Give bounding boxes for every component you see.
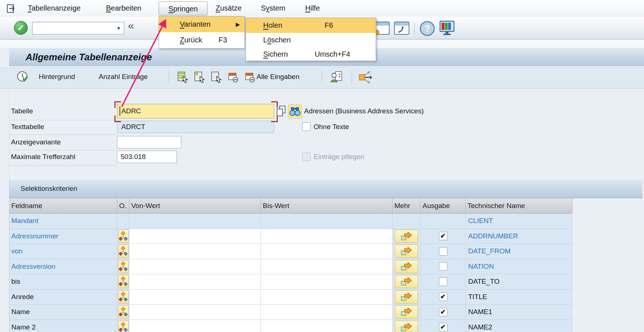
selection-options-button[interactable] [118,260,129,273]
alle-eingaben-button[interactable]: Alle Eingaben [257,66,299,87]
customize-layout-icon[interactable] [439,20,455,36]
choose-fields-icon[interactable] [177,71,189,83]
multiple-selection-button[interactable] [395,260,418,273]
menu-bar: Tabellenanzeige Bearbeiten Springen Zusä… [0,0,644,17]
menu-item-holen[interactable]: Holen F6 [246,18,376,33]
menu-item-varianten[interactable]: Varianten ▶ [159,16,245,32]
option-cell [117,214,129,229]
selection-options-icon [118,246,128,257]
mehr-cell [393,274,421,290]
multiple-selection-icon [400,262,413,271]
bis-wert-input[interactable] [261,320,393,332]
selection-options-button[interactable] [118,245,129,258]
ausgabe-checkbox[interactable] [439,278,447,286]
command-field[interactable]: ▼ [32,22,124,34]
multiple-selection-button[interactable] [395,321,418,332]
von-wert-input[interactable] [129,244,261,259]
create-shortcut-icon[interactable] [393,20,410,36]
bis-wert-input[interactable] [261,259,393,275]
option-cell [117,305,129,320]
von-wert-input[interactable] [129,320,261,332]
selection-options-button[interactable] [118,230,129,243]
delete-all-entries-icon[interactable] [245,71,256,83]
field-name-label: Mandant [10,217,38,225]
menu-springen[interactable]: Springen [159,1,208,15]
max-trefferzahl-input[interactable]: 503.018 [117,151,177,163]
selection-options-button[interactable] [118,321,129,332]
choose-field-icon[interactable] [194,71,205,83]
anzeigevariante-input[interactable] [117,136,181,148]
selection-options-icon [118,306,128,317]
von-wert-input[interactable] [129,305,261,320]
header-mehr: Mehr [393,198,421,214]
ausgabe-cell: ✔ [421,290,466,305]
menu-item-zurueck[interactable]: Zurück F3 [159,32,245,48]
toolbar-separator [414,23,415,34]
texttabelle-input[interactable]: ADRCT [117,121,274,133]
selection-options-icon [118,291,128,302]
execute-icon[interactable] [16,70,29,83]
von-wert-input[interactable] [129,259,261,275]
menu-tabellenanzeige[interactable]: Tabellenanzeige [28,0,81,16]
binoculars-icon [288,105,302,118]
ausgabe-checkbox[interactable] [439,262,447,271]
technical-name-cell: ADDRNUMBER [466,229,572,244]
multiple-selection-button[interactable] [395,230,418,243]
multiple-selection-button[interactable] [395,245,418,258]
choose-all-icon[interactable] [211,71,222,83]
menu-functions-icon[interactable] [6,3,17,14]
mehr-cell [393,320,421,332]
focus-bracket [114,101,121,108]
field-name-cell: Mandant [10,214,117,229]
ohne-texte-checkbox[interactable] [302,122,311,131]
enter-button[interactable]: ✓ [14,21,28,35]
von-wert-input[interactable] [129,229,261,244]
technical-name-label: TITLE [466,293,487,301]
mehr-cell [393,214,421,229]
technical-name-label: DATE_FROM [466,247,511,255]
ausgabe-checkbox[interactable]: ✔ [439,323,447,331]
ausgabe-checkbox[interactable]: ✔ [439,308,447,316]
menu-item-loeschen[interactable]: Löschen [246,33,376,47]
von-wert-input[interactable] [129,290,261,305]
option-cell [117,244,129,259]
field-name-cell: Adressnummer [10,229,117,244]
multiple-selection-button[interactable] [395,290,418,303]
menu-bearbeiten[interactable]: Bearbeiten [106,0,141,16]
von-wert-input[interactable] [129,274,261,290]
menu-system[interactable]: System [261,0,285,16]
bis-wert-input[interactable] [261,244,393,259]
ausgabe-checkbox[interactable] [439,247,447,256]
bis-wert-input[interactable] [261,305,393,320]
anzahl-eintraege-button[interactable]: Anzahl Einträge [99,66,148,87]
selection-options-button[interactable] [118,290,129,303]
menu-zusaetze[interactable]: Zusätze [216,0,242,16]
bis-wert-input[interactable] [261,274,393,290]
user-parameters-icon[interactable] [330,70,344,84]
multiple-selection-button[interactable] [395,275,418,288]
tabelle-input[interactable]: ADRC [117,104,274,118]
header-bis-wert: Bis-Wert [261,198,393,214]
distribute-icon[interactable] [358,70,373,84]
technical-name-cell: TITLE [466,290,572,305]
bis-wert-input[interactable] [261,290,393,305]
ausgabe-checkbox[interactable]: ✔ [439,293,447,301]
ausgabe-cell [421,244,466,259]
matchcode-button[interactable] [288,105,302,118]
varianten-submenu: Holen F6 Löschen Sichern Umsch+F4 [246,18,376,61]
help-icon[interactable]: ? [419,20,436,37]
menu-item-sichern[interactable]: Sichern Umsch+F4 [246,47,376,61]
chevron-down-icon[interactable]: ▼ [116,26,121,31]
collapse-toolbar-button[interactable]: « [128,19,134,32]
bis-wert-input[interactable] [261,229,393,244]
option-cell [117,290,129,305]
ausgabe-checkbox[interactable]: ✔ [439,232,447,240]
mehr-cell [393,244,421,259]
multiple-selection-button[interactable] [395,305,418,318]
hintergrund-button[interactable]: Hintergrund [39,66,75,87]
technical-name-label: NAME2 [466,323,492,331]
delete-entry-icon[interactable] [228,71,239,83]
menu-hilfe[interactable]: Hilfe [305,0,320,16]
selection-options-button[interactable] [118,305,129,318]
selection-options-button[interactable] [118,275,129,288]
